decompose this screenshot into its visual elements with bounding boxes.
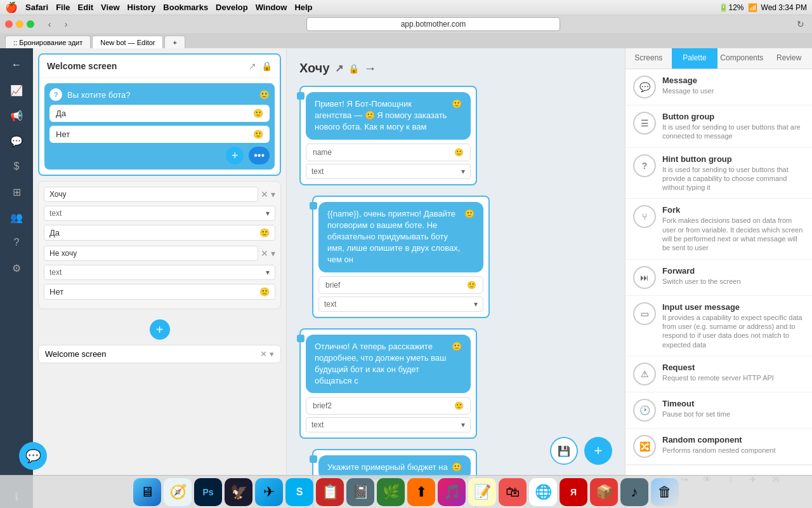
tab-palette[interactable]: Palette xyxy=(672,48,718,69)
dock-app5[interactable]: 🛍 xyxy=(499,478,527,506)
menu-bookmarks[interactable]: Bookmarks xyxy=(163,3,208,12)
input-name[interactable]: name 🙂 xyxy=(306,144,471,161)
yes-input-2[interactable]: Нет 🙂 xyxy=(44,284,275,300)
menu-edit[interactable]: Edit xyxy=(78,3,94,12)
address-bar[interactable]: app.botmother.com xyxy=(306,17,560,31)
tab-components[interactable]: Components xyxy=(717,48,766,69)
dock-telegram[interactable]: ✈ xyxy=(255,478,283,506)
sidebar-chart-icon[interactable]: 📈 xyxy=(5,79,28,102)
palette-forward[interactable]: ⏭ Forward Switch user to the screen xyxy=(625,260,812,296)
palette-hint-button-group[interactable]: ? Hint button group It is used for sendi… xyxy=(625,148,812,199)
dock-yandex[interactable]: Я xyxy=(560,478,587,506)
emoji-input-2[interactable]: 🙂 xyxy=(467,281,476,290)
palette-message[interactable]: 💬 Message Message to user xyxy=(625,69,812,105)
yes-input-1[interactable]: Да 🙂 xyxy=(44,225,275,241)
dropdown-screen-link[interactable]: ▾ xyxy=(270,349,274,359)
add-answer-button[interactable]: + xyxy=(226,147,244,164)
close-button[interactable] xyxy=(5,20,13,28)
branch-select-hochu[interactable]: Хочу xyxy=(44,187,258,202)
menu-window[interactable]: Window xyxy=(256,3,287,12)
dock-app6[interactable]: 📦 xyxy=(590,478,618,506)
lock-canvas-icon[interactable]: 🔒 xyxy=(348,64,359,74)
dock-app7[interactable]: ♪ xyxy=(620,478,648,506)
tab-1[interactable]: :: Бронирование эдит xyxy=(5,36,91,48)
apple-menu[interactable]: 🍎 xyxy=(5,1,18,13)
palette-button-group[interactable]: ☰ Button group It is used for sending to… xyxy=(625,105,812,148)
dock-photoshop[interactable]: Ps xyxy=(194,478,222,506)
type-select-1[interactable]: text ▾ xyxy=(44,206,275,221)
input-brief2[interactable]: brief2 🙂 xyxy=(306,397,471,415)
sidebar-help-icon[interactable]: ? xyxy=(5,231,28,254)
palette-random-component[interactable]: 🔀 Random component Performs random neste… xyxy=(625,429,812,465)
tab-2[interactable]: New bot — Editor xyxy=(92,36,163,48)
menu-history[interactable]: History xyxy=(128,3,156,12)
emoji-net2[interactable]: 🙂 xyxy=(259,287,270,297)
dock-trash[interactable]: 🗑 xyxy=(651,478,679,506)
dock-app4[interactable]: ⬆ xyxy=(407,478,435,506)
menu-file[interactable]: File xyxy=(56,3,70,12)
emoji-btn-4[interactable]: 🙂 xyxy=(452,462,462,473)
emoji-da[interactable]: 🙂 xyxy=(253,109,263,118)
emoji-btn-2[interactable]: 🙂 xyxy=(464,208,475,220)
dock-music[interactable]: 🎵 xyxy=(438,478,466,506)
sidebar-home-icon[interactable]: ← xyxy=(5,53,28,76)
maximize-button[interactable] xyxy=(27,20,34,28)
add-fab-button[interactable]: + xyxy=(584,437,612,465)
type-dropdown-1[interactable]: text ▾ xyxy=(306,164,471,179)
palette-timeout[interactable]: 🕐 Timeout Pause bot for set time xyxy=(625,392,812,429)
back-button[interactable]: ‹ xyxy=(43,18,56,30)
dock-skype[interactable]: S xyxy=(285,478,313,506)
chat-widget-button[interactable]: 💬 xyxy=(19,442,47,470)
branch-select-ne-hochu[interactable]: Не хочу xyxy=(44,246,258,261)
lock-button[interactable]: 🔒 xyxy=(261,61,272,71)
input-brief[interactable]: brief 🙂 xyxy=(318,276,483,294)
dock-app2[interactable]: 📓 xyxy=(346,478,374,506)
minimize-button[interactable] xyxy=(16,20,23,28)
tab-screens[interactable]: Screens xyxy=(625,48,672,69)
dock-safari[interactable]: 🧭 xyxy=(164,478,192,506)
add-branch-button[interactable]: + xyxy=(150,319,170,340)
menu-help[interactable]: Help xyxy=(294,3,312,12)
type-dropdown-2[interactable]: text ▾ xyxy=(318,297,483,312)
dock-app1[interactable]: 📋 xyxy=(316,478,344,506)
emoji-btn-3[interactable]: 🙂 xyxy=(452,341,462,352)
remove-screen-link[interactable]: ✕ xyxy=(260,349,267,359)
answer-da[interactable]: Да 🙂 xyxy=(49,105,270,122)
sidebar-broadcast-icon[interactable]: 📢 xyxy=(5,104,28,127)
sidebar-money-icon[interactable]: $ xyxy=(5,155,28,178)
remove-branch-hochu[interactable]: ✕ xyxy=(261,189,268,199)
share-button[interactable]: ↗ xyxy=(249,61,256,71)
palette-request[interactable]: ⚠ Request Request to remote server HTTP … xyxy=(625,356,812,392)
more-options-button[interactable]: ••• xyxy=(249,147,270,164)
emoji-btn-1[interactable]: 🙂 xyxy=(452,98,462,110)
tab-review[interactable]: Review xyxy=(766,48,812,69)
answer-net[interactable]: Нет 🙂 xyxy=(49,126,270,143)
screen-link-row[interactable]: Welcome screen ✕ ▾ xyxy=(38,345,281,363)
emoji-net[interactable]: 🙂 xyxy=(253,130,263,139)
dock-finder[interactable]: 🖥 xyxy=(133,478,161,506)
sidebar-users-icon[interactable]: 👥 xyxy=(5,206,28,229)
forward-button[interactable]: › xyxy=(60,18,72,30)
emoji-input-1[interactable]: 🙂 xyxy=(454,148,464,157)
type-select-2[interactable]: text ▾ xyxy=(44,265,275,280)
menu-view[interactable]: View xyxy=(101,3,119,12)
emoji-input-3[interactable]: 🙂 xyxy=(454,401,464,410)
dock-fcpx[interactable]: 🦅 xyxy=(225,478,252,506)
palette-input-user-message[interactable]: ▭ Input user message It provides a capab… xyxy=(625,296,812,356)
dock-app3[interactable]: 🌿 xyxy=(377,478,405,506)
save-fab-button[interactable]: 💾 xyxy=(550,437,578,465)
type-dropdown-3[interactable]: text ▾ xyxy=(306,417,471,432)
dropdown-branch-hochu[interactable]: ▾ xyxy=(271,189,275,199)
emoji-yes[interactable]: 🙂 xyxy=(259,228,270,237)
remove-branch-ne-hochu[interactable]: ✕ xyxy=(261,248,268,258)
reload-button[interactable]: ↻ xyxy=(794,18,807,30)
dropdown-branch-ne-hochu[interactable]: ▾ xyxy=(271,248,275,258)
palette-fork[interactable]: ⑂ Fork Fork makes decisions based on dat… xyxy=(625,199,812,259)
menu-safari[interactable]: Safari xyxy=(25,3,48,12)
emoji-button[interactable]: 🙂 xyxy=(259,90,270,100)
sidebar-chat-icon[interactable]: 💬 xyxy=(5,130,28,152)
sidebar-settings-icon[interactable]: ⚙ xyxy=(5,257,28,279)
new-tab-button[interactable]: + xyxy=(164,36,185,48)
dock-chrome[interactable]: 🌐 xyxy=(529,478,557,506)
share-canvas-icon[interactable]: ↗ xyxy=(335,62,343,74)
